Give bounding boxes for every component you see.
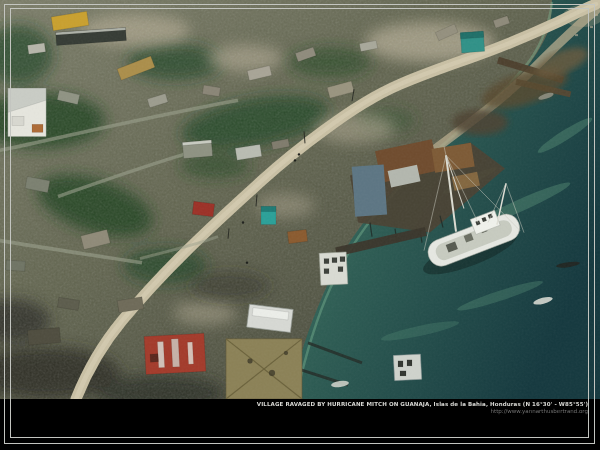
caption-url: http://www.yannarthusbertrand.org: [257, 408, 588, 415]
photo-artwork: [0, 0, 600, 399]
wallpaper-canvas: VILLAGE RAVAGED BY HURRICANE MITCH ON GU…: [0, 0, 600, 450]
aerial-photo: [0, 0, 600, 399]
photo-grain: [0, 0, 600, 399]
caption-title: VILLAGE RAVAGED BY HURRICANE MITCH ON GU…: [257, 401, 588, 408]
photo-caption: VILLAGE RAVAGED BY HURRICANE MITCH ON GU…: [257, 401, 588, 415]
